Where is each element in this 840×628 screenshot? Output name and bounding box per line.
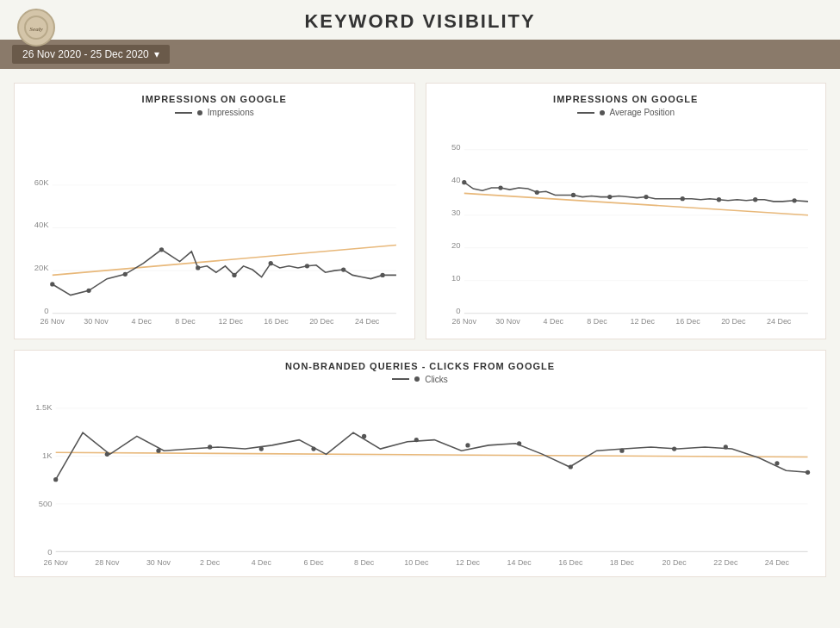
svg-point-78	[517, 441, 521, 445]
svg-point-46	[607, 195, 612, 199]
svg-point-13	[123, 272, 128, 277]
svg-text:40K: 40K	[34, 220, 50, 229]
svg-text:0: 0	[44, 306, 48, 315]
svg-point-51	[792, 198, 796, 202]
svg-point-18	[305, 264, 309, 268]
svg-point-15	[196, 265, 200, 270]
svg-text:0: 0	[456, 306, 460, 315]
svg-point-72	[208, 445, 212, 449]
clicks-chart-title: NON-BRANDED QUERIES - CLICKS FROM GOOGLE	[23, 361, 817, 371]
svg-text:30 Nov: 30 Nov	[495, 317, 520, 326]
svg-text:22 Dec: 22 Dec	[713, 558, 738, 567]
svg-point-74	[311, 446, 315, 451]
impressions-legend: Impressions	[23, 108, 406, 117]
dropdown-arrow-icon: ▾	[154, 48, 159, 60]
svg-point-47	[644, 195, 648, 199]
svg-text:26 Nov: 26 Nov	[44, 558, 69, 567]
svg-text:4 Dec: 4 Dec	[252, 558, 272, 567]
svg-text:500: 500	[39, 499, 53, 508]
svg-text:10: 10	[451, 273, 460, 283]
svg-text:28 Nov: 28 Nov	[95, 558, 120, 567]
svg-text:24 Dec: 24 Dec	[766, 317, 791, 326]
svg-point-43	[498, 185, 502, 190]
svg-point-14	[159, 247, 164, 252]
date-range-button[interactable]: 26 Nov 2020 - 25 Dec 2020 ▾	[12, 45, 170, 64]
svg-point-75	[362, 434, 366, 438]
svg-text:10 Dec: 10 Dec	[404, 558, 429, 567]
charts-container: IMPRESSIONS ON GOOGLE Impressions 0 20K …	[0, 69, 840, 591]
svg-point-50	[753, 197, 757, 202]
svg-text:4 Dec: 4 Dec	[543, 317, 563, 326]
avg-position-legend: Average Position	[435, 108, 818, 117]
svg-point-48	[680, 196, 684, 201]
svg-text:16 Dec: 16 Dec	[675, 317, 700, 326]
svg-text:4 Dec: 4 Dec	[132, 317, 152, 326]
svg-text:60K: 60K	[34, 177, 50, 187]
svg-text:12 Dec: 12 Dec	[456, 558, 481, 567]
svg-text:20 Dec: 20 Dec	[309, 317, 334, 326]
impressions-legend-label: Impressions	[208, 108, 254, 117]
svg-text:50: 50	[451, 142, 460, 152]
svg-text:12 Dec: 12 Dec	[219, 317, 244, 326]
svg-point-82	[724, 445, 728, 449]
clicks-legend-label: Clicks	[425, 375, 448, 384]
svg-text:14 Dec: 14 Dec	[507, 558, 532, 567]
svg-point-84	[806, 470, 810, 475]
svg-text:30: 30	[451, 208, 460, 217]
svg-point-79	[569, 464, 573, 469]
svg-text:6 Dec: 6 Dec	[303, 558, 324, 567]
clicks-legend: Clicks	[23, 375, 817, 384]
svg-point-76	[414, 438, 419, 442]
svg-point-83	[775, 461, 779, 465]
svg-text:40: 40	[451, 175, 460, 184]
svg-text:24 Dec: 24 Dec	[355, 317, 380, 326]
svg-point-81	[672, 446, 676, 451]
svg-point-69	[53, 477, 58, 482]
svg-text:30 Nov: 30 Nov	[84, 317, 109, 326]
svg-text:24 Dec: 24 Dec	[765, 558, 790, 567]
svg-text:20K: 20K	[34, 263, 50, 272]
svg-text:18 Dec: 18 Dec	[610, 558, 635, 567]
svg-point-70	[105, 452, 109, 457]
legend-dot-icon3	[414, 376, 420, 382]
svg-text:8 Dec: 8 Dec	[354, 558, 375, 567]
page-title: KEYWORD VISIBILITY	[304, 10, 535, 33]
svg-text:0: 0	[47, 546, 52, 556]
svg-text:16 Dec: 16 Dec	[264, 317, 289, 326]
svg-line-68	[56, 452, 808, 457]
svg-point-49	[716, 197, 720, 202]
date-bar: 26 Nov 2020 - 25 Dec 2020 ▾	[0, 40, 840, 69]
svg-line-41	[464, 193, 807, 215]
impressions-svg: 0 20K 40K 60K 2	[23, 122, 406, 332]
logo: Sealy	[17, 9, 55, 47]
svg-text:12 Dec: 12 Dec	[630, 317, 655, 326]
svg-text:1.5K: 1.5K	[35, 402, 53, 412]
svg-point-12	[86, 289, 90, 293]
svg-text:16 Dec: 16 Dec	[558, 558, 583, 567]
svg-point-19	[341, 267, 345, 271]
svg-text:30 Nov: 30 Nov	[146, 558, 171, 567]
clicks-svg: 0 500 1K 1.5K	[23, 389, 817, 569]
svg-text:8 Dec: 8 Dec	[587, 317, 607, 326]
svg-text:20 Dec: 20 Dec	[663, 558, 688, 567]
svg-point-42	[462, 180, 466, 184]
svg-point-17	[269, 261, 273, 265]
avg-position-chart-title: IMPRESSIONS ON GOOGLE	[435, 94, 818, 104]
svg-text:8 Dec: 8 Dec	[175, 317, 196, 326]
svg-point-71	[156, 448, 160, 452]
svg-point-44	[534, 190, 538, 195]
svg-point-16	[232, 273, 236, 277]
legend-dot-icon	[197, 110, 202, 115]
page-header: Sealy KEYWORD VISIBILITY	[0, 0, 840, 40]
impressions-chart-title: IMPRESSIONS ON GOOGLE	[23, 94, 406, 104]
legend-line-icon3	[392, 378, 409, 380]
svg-point-77	[465, 443, 470, 447]
svg-point-80	[619, 448, 624, 452]
svg-text:1K: 1K	[42, 450, 53, 459]
svg-point-45	[570, 193, 575, 197]
svg-text:Sealy: Sealy	[29, 26, 43, 33]
svg-point-11	[50, 282, 54, 286]
legend-line-icon	[175, 112, 192, 114]
svg-text:26 Nov: 26 Nov	[451, 317, 476, 326]
svg-text:20 Dec: 20 Dec	[721, 317, 746, 326]
